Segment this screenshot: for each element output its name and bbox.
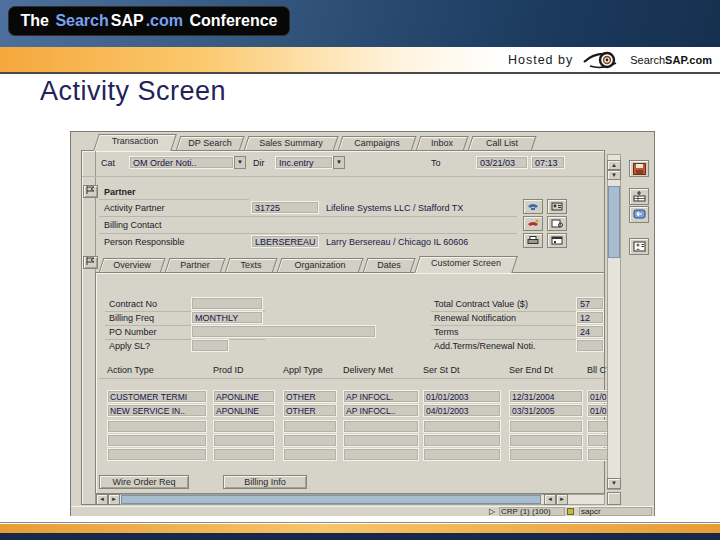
cell-empty[interactable] [107, 448, 207, 461]
cell-empty[interactable] [423, 434, 501, 447]
cell-empty[interactable] [283, 434, 337, 447]
scroll-left-button[interactable]: ◄ [544, 494, 556, 505]
activity-partner-field[interactable]: 31725 [251, 201, 319, 214]
cell-empty[interactable] [343, 434, 419, 447]
scroll-right-button[interactable]: ► [108, 494, 120, 505]
column-header: Prod ID [213, 364, 275, 377]
cell-ser-st-dt[interactable]: 04/01/2003 [423, 404, 501, 417]
tab-sales-summary[interactable]: Sales Summary [246, 136, 336, 151]
cell-ser-end-dt[interactable]: 03/31/2005 [509, 404, 583, 417]
cell-prod-id[interactable]: APONLINE [213, 390, 275, 403]
contract-no-field[interactable] [191, 297, 263, 310]
tab-dates[interactable]: Dates [365, 258, 413, 273]
tab-label: Transaction [96, 134, 174, 146]
scroll-down-button[interactable]: ▼ [607, 478, 621, 489]
direction-dropdown-icon[interactable]: ▼ [333, 156, 345, 169]
table-row[interactable]: CUSTOMER TERMI APONLINE OTHER AP INFOCL.… [71, 390, 631, 404]
logo-conference: Conference [188, 12, 278, 30]
cell-empty[interactable] [107, 434, 207, 447]
apply-sl-field[interactable] [191, 339, 229, 352]
renewal-notification-field[interactable]: 12 [576, 311, 604, 324]
system-session-field: CRP (1) (100) [499, 507, 565, 516]
tab-customer-screen[interactable]: Customer Screen [417, 256, 515, 273]
direction-select[interactable]: Inc.entry [275, 156, 333, 169]
bottom-orange-bar [0, 524, 720, 533]
cell-empty[interactable] [283, 420, 337, 433]
tab-campaigns[interactable]: Campaigns [340, 136, 414, 151]
flag-icon [86, 186, 95, 194]
cell-appl-type[interactable]: OTHER [283, 404, 337, 417]
table-header-row: Action Type Prod ID Appl Type Delivery M… [71, 364, 631, 378]
tab-inbox[interactable]: Inbox [418, 136, 466, 151]
cell-action-type[interactable]: NEW SERVICE IN.. [107, 404, 207, 417]
billing-freq-label: Billing Freq [109, 313, 154, 323]
cell-empty[interactable] [509, 420, 583, 433]
print-button[interactable] [523, 233, 543, 248]
partner-cockpit-button[interactable] [629, 238, 649, 255]
status-expand-icon[interactable]: ▷ [489, 507, 495, 516]
table-row[interactable]: NEW SERVICE IN.. APONLINE OTHER AP INFOC… [71, 404, 631, 418]
cell-prod-id[interactable]: APONLINE [213, 404, 275, 417]
add-terms-renewal-field[interactable] [576, 339, 604, 352]
scroll-right-button[interactable]: ► [556, 494, 568, 505]
table-row-empty[interactable] [71, 420, 631, 434]
filter-divider [82, 176, 604, 177]
category-dropdown-icon[interactable]: ▼ [234, 156, 246, 169]
category-select[interactable]: OM Order Noti.. [129, 156, 234, 169]
terms-field[interactable]: 24 [576, 325, 604, 338]
cell-empty[interactable] [509, 434, 583, 447]
cell-empty[interactable] [423, 448, 501, 461]
tab-dp-search[interactable]: DP Search [178, 136, 242, 151]
tab-organization[interactable]: Organization [279, 258, 361, 273]
tab-partner[interactable]: Partner [167, 258, 223, 273]
cell-delivery-met[interactable]: AP INFOCL.. [343, 404, 419, 417]
person-responsible-field[interactable]: LBERSEREAU [251, 235, 319, 248]
scroll-down-button[interactable]: ▼ [607, 170, 621, 180]
cell-empty[interactable] [283, 448, 337, 461]
cell-empty[interactable] [213, 420, 275, 433]
activity-journal-button[interactable] [547, 216, 567, 231]
schedule-button[interactable] [547, 233, 567, 248]
cell-empty[interactable] [423, 420, 501, 433]
collapse-partner-button[interactable] [83, 185, 98, 198]
save-button[interactable] [629, 160, 649, 177]
logo-text-sap: SAP [665, 54, 686, 66]
tab-overview[interactable]: Overview [101, 258, 163, 273]
total-contract-value-field[interactable]: 57 [576, 297, 604, 310]
reply-button[interactable] [629, 206, 649, 223]
table-row-empty[interactable] [71, 434, 631, 448]
logo-text-dotcom: .com [686, 54, 712, 66]
table-row-empty[interactable] [71, 448, 631, 462]
cell-empty[interactable] [213, 448, 275, 461]
cell-empty[interactable] [213, 434, 275, 447]
dial-phone-button[interactable] [523, 199, 543, 214]
contact-details-button[interactable] [547, 199, 567, 214]
scroll-left-button[interactable]: ◄ [96, 494, 108, 505]
wire-order-req-button[interactable]: Wire Order Req [99, 475, 189, 489]
cell-action-type[interactable]: CUSTOMER TERMI [107, 390, 207, 403]
eye-icon [582, 50, 628, 70]
cell-empty[interactable] [107, 420, 207, 433]
to-date-field[interactable]: 03/21/03 [476, 156, 528, 169]
tab-texts[interactable]: Texts [227, 258, 275, 273]
logo-text-search: Search [630, 54, 665, 66]
billing-info-button[interactable]: Billing Info [223, 475, 307, 489]
tab-transaction[interactable]: Transaction [96, 134, 174, 151]
cell-empty[interactable] [509, 448, 583, 461]
cell-empty[interactable] [343, 448, 419, 461]
to-time-field[interactable]: 07:13 [531, 156, 565, 169]
billing-freq-field[interactable]: MONTHLY [191, 311, 263, 324]
po-number-field[interactable] [191, 325, 376, 338]
horizontal-scroll-thumb[interactable] [121, 495, 541, 504]
cell-delivery-met[interactable]: AP INFOCL. [343, 390, 419, 403]
cell-ser-st-dt[interactable]: 01/01/2003 [423, 390, 501, 403]
scroll-up-button[interactable]: ▲ [607, 160, 621, 170]
cell-empty[interactable] [343, 420, 419, 433]
create-activity-button[interactable] [629, 188, 649, 205]
vertical-scroll-thumb[interactable] [608, 186, 620, 258]
collapse-tabs-button[interactable] [83, 256, 98, 269]
end-call-button[interactable] [523, 216, 543, 231]
cell-appl-type[interactable]: OTHER [283, 390, 337, 403]
cell-ser-end-dt[interactable]: 12/31/2004 [509, 390, 583, 403]
tab-call-list[interactable]: Call List [470, 136, 534, 151]
